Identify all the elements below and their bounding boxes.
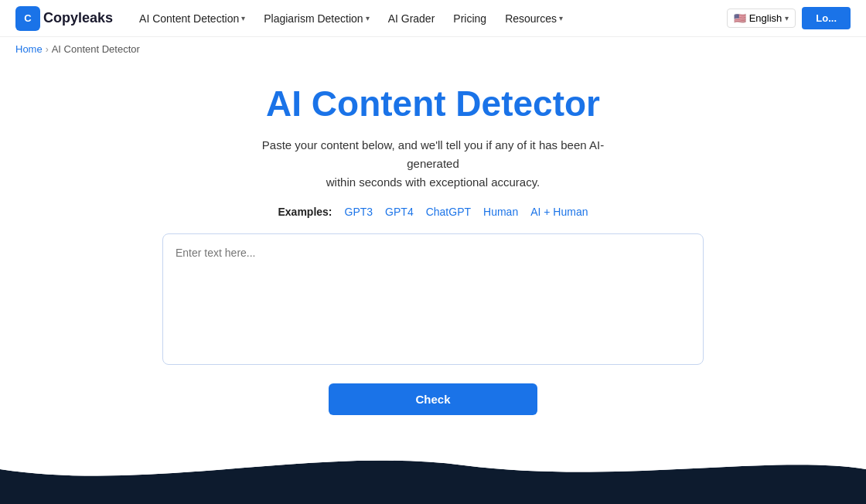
logo-name: Copyleaks — [43, 10, 113, 26]
logo-icon: C — [15, 6, 40, 31]
breadcrumb-separator: › — [46, 44, 49, 55]
login-button[interactable]: Lo... — [802, 7, 851, 29]
examples-row: Examples: GPT3 GPT4 ChatGPT Human AI + H… — [278, 206, 588, 218]
examples-label: Examples: — [278, 206, 332, 218]
main-section: AI Content Detector Paste your content b… — [0, 61, 866, 446]
nav-links: AI Content Detection ▾ Plagiarism Detect… — [131, 8, 727, 29]
chevron-down-icon: ▾ — [785, 14, 789, 22]
example-gpt3[interactable]: GPT3 — [345, 206, 373, 218]
example-ai-human[interactable]: AI + Human — [530, 206, 588, 218]
example-gpt4[interactable]: GPT4 — [385, 206, 414, 218]
chevron-down-icon: ▾ — [366, 14, 370, 22]
nav-item-plagiarism[interactable]: Plagiarism Detection ▾ — [256, 8, 377, 29]
page-title: AI Content Detector — [266, 84, 600, 124]
language-selector[interactable]: 🇺🇸 English ▾ — [727, 9, 796, 28]
example-chatgpt[interactable]: ChatGPT — [426, 206, 471, 218]
content-textarea[interactable] — [162, 233, 704, 365]
chevron-down-icon: ▾ — [559, 14, 563, 22]
breadcrumb-home[interactable]: Home — [15, 43, 43, 55]
wave-divider — [0, 446, 866, 485]
hero-subtitle: Paste your content below, and we'll tell… — [240, 136, 626, 192]
check-button[interactable]: Check — [329, 383, 537, 415]
breadcrumb-current: AI Content Detector — [52, 43, 140, 55]
chevron-down-icon: ▾ — [241, 14, 245, 22]
text-input-container — [162, 233, 704, 368]
flag-icon: 🇺🇸 — [734, 12, 746, 24]
nav-item-ai-detection[interactable]: AI Content Detection ▾ — [131, 8, 253, 29]
nav-item-pricing[interactable]: Pricing — [445, 8, 494, 29]
breadcrumb: Home › AI Content Detector — [0, 37, 866, 61]
example-human[interactable]: Human — [483, 206, 518, 218]
nav-right: 🇺🇸 English ▾ Lo... — [727, 7, 851, 29]
bottom-section: The Only Enterprise AI Content Detection… — [0, 485, 866, 504]
navbar: C Copyleaks AI Content Detection ▾ Plagi… — [0, 0, 866, 37]
nav-item-resources[interactable]: Resources ▾ — [497, 8, 571, 29]
nav-item-grader[interactable]: AI Grader — [380, 8, 443, 29]
logo[interactable]: C Copyleaks — [15, 6, 113, 31]
